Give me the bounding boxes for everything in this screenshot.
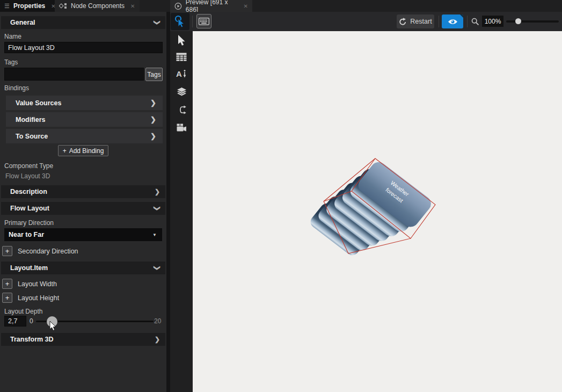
- binding-row-label: Modifiers: [16, 116, 46, 124]
- text-tool-button[interactable]: A: [170, 69, 193, 79]
- depth-min-label: 0: [30, 317, 33, 325]
- zoom-slider-handle[interactable]: [515, 18, 521, 24]
- tags-button[interactable]: Tags: [145, 68, 163, 81]
- toolbar-separator: [192, 16, 193, 27]
- tab-node-components-close-icon[interactable]: ✕: [130, 3, 135, 9]
- layout-depth-input[interactable]: [4, 316, 26, 326]
- restart-button[interactable]: Restart: [397, 14, 434, 28]
- click-cursor-icon: [174, 15, 186, 28]
- tab-node-components-label: Node Components: [71, 2, 125, 10]
- binding-row-modifiers[interactable]: Modifiers ❯: [6, 112, 163, 127]
- tab-properties-label: Properties: [13, 2, 45, 10]
- add-layout-height-button[interactable]: +: [2, 293, 12, 303]
- chevron-down-icon: ❯: [154, 265, 160, 271]
- svg-text:A: A: [176, 69, 182, 78]
- depth-slider-handle[interactable]: [47, 316, 57, 327]
- section-description-label: Description: [10, 188, 47, 195]
- flow-layout-3d-object[interactable]: Weather forecast: [299, 145, 445, 279]
- section-layout-item[interactable]: Layout.Item ❯: [1, 262, 165, 274]
- tab-preview[interactable]: Preview [691 x 686] ✕: [170, 0, 252, 12]
- video-camera-icon: [177, 124, 187, 132]
- section-flow-layout-label: Flow Layout: [10, 205, 49, 212]
- chevron-down-icon: ❯: [154, 20, 160, 25]
- binding-row-label: Value Sources: [16, 99, 61, 107]
- section-general[interactable]: General ❯: [1, 16, 165, 29]
- play-circle-icon: [174, 2, 182, 10]
- toolbar-separator: [439, 16, 439, 27]
- add-binding-label: Add Binding: [69, 147, 104, 155]
- add-binding-button[interactable]: + Add Binding: [58, 145, 108, 156]
- add-secondary-direction-button[interactable]: +: [2, 246, 12, 256]
- properties-list-icon: ☰: [4, 3, 10, 10]
- tab-bar: ☰ Properties ✕ Node Components ✕ Preview…: [0, 0, 562, 12]
- section-transform-3d[interactable]: Transform 3D ❯: [1, 333, 165, 346]
- secondary-direction-label: Secondary Direction: [18, 248, 78, 255]
- chevron-right-icon: ❯: [155, 336, 160, 343]
- virtual-keyboard-button[interactable]: [196, 14, 211, 28]
- split-arrows-icon: [177, 105, 187, 114]
- toolbar-separator: [467, 16, 468, 27]
- section-description[interactable]: Description ❯: [1, 185, 165, 198]
- section-layout-item-label: Layout.Item: [10, 264, 48, 272]
- chevron-right-icon: ❯: [150, 133, 156, 140]
- section-general-label: General: [10, 19, 35, 26]
- state-flow-button[interactable]: [170, 105, 193, 114]
- preview-toolbar: Restart 100%: [170, 12, 562, 31]
- layers-icon: [176, 87, 187, 97]
- section-flow-layout[interactable]: Flow Layout ❯: [1, 202, 165, 215]
- node-components-icon: [59, 2, 67, 10]
- tags-label: Tags: [4, 59, 18, 66]
- name-input[interactable]: [4, 42, 163, 53]
- zoom-slider-track[interactable]: [506, 20, 559, 23]
- tab-properties[interactable]: ☰ Properties ✕: [0, 0, 55, 12]
- pointer-arrow-icon: [178, 35, 185, 46]
- component-type-value: Flow Layout 3D: [5, 172, 50, 180]
- primary-direction-label: Primary Direction: [4, 219, 54, 227]
- binding-row-label: To Source: [16, 133, 48, 140]
- layout-width-label: Layout Width: [18, 280, 57, 288]
- properties-panel: General ❯ Name Tags Tags Bindings Value …: [0, 12, 166, 392]
- dropdown-corner-mark: [460, 14, 463, 18]
- zoom-magnifier-icon: [471, 18, 479, 26]
- depth-max-label: 20: [154, 317, 161, 325]
- panel-splitter[interactable]: [166, 12, 170, 392]
- bindings-label: Bindings: [4, 84, 29, 92]
- restart-icon: [399, 18, 407, 26]
- binding-row-value-sources[interactable]: Value Sources ❯: [6, 96, 163, 110]
- primary-direction-dropdown[interactable]: Near to Far ▼: [4, 228, 162, 241]
- layout-depth-label: Layout Depth: [4, 308, 42, 315]
- restart-label: Restart: [410, 18, 432, 25]
- tags-input[interactable]: [4, 68, 144, 81]
- primary-direction-value: Near to Far: [9, 231, 44, 238]
- chevron-down-icon: ❯: [154, 206, 160, 211]
- binding-row-to-source[interactable]: To Source ❯: [6, 129, 163, 143]
- font-size-icon: A: [176, 69, 187, 79]
- grid-view-button[interactable]: [170, 53, 193, 61]
- tab-preview-close-icon[interactable]: ✕: [244, 3, 248, 9]
- table-icon: [176, 53, 187, 61]
- section-transform-3d-label: Transform 3D: [10, 336, 54, 343]
- component-type-label: Component Type: [4, 162, 53, 170]
- keyboard-icon: [199, 18, 209, 25]
- tab-node-components[interactable]: Node Components ✕: [55, 0, 140, 12]
- application-window: ☰ Properties ✕ Node Components ✕ Preview…: [0, 0, 562, 392]
- eye-icon: [448, 18, 458, 25]
- add-layout-width-button[interactable]: +: [2, 279, 12, 289]
- dropdown-caret-icon: ▼: [152, 233, 157, 237]
- layout-height-label: Layout Height: [18, 294, 59, 302]
- preview-tool-strip: A: [170, 31, 193, 392]
- name-label: Name: [4, 33, 21, 40]
- visibility-button[interactable]: [442, 14, 463, 28]
- preview-viewport[interactable]: Weather forecast: [193, 31, 562, 392]
- zoom-value[interactable]: 100%: [482, 16, 503, 27]
- chevron-right-icon: ❯: [150, 116, 156, 123]
- select-tool-button[interactable]: [170, 35, 193, 46]
- chevron-right-icon: ❯: [150, 99, 156, 106]
- camera-button[interactable]: [170, 124, 193, 132]
- plus-icon: +: [63, 147, 67, 155]
- interact-mode-button[interactable]: [171, 13, 189, 30]
- chevron-right-icon: ❯: [155, 188, 160, 195]
- layers-button[interactable]: [170, 87, 193, 97]
